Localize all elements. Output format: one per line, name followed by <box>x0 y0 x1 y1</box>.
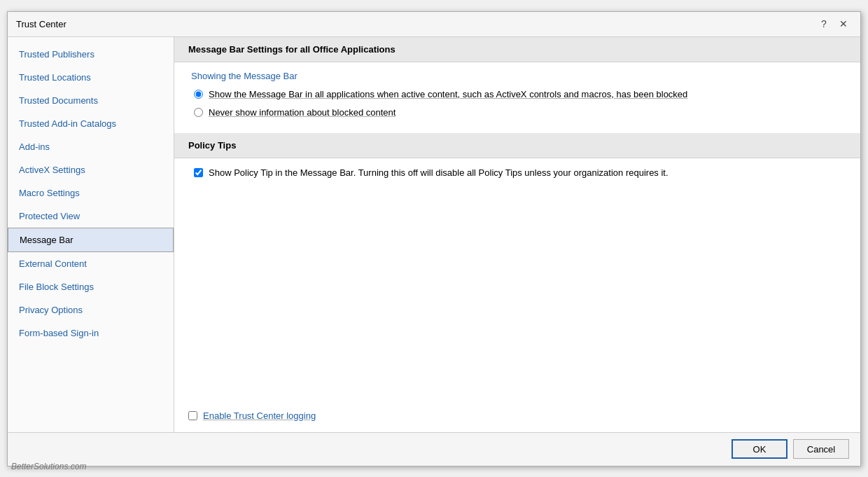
sidebar-item-external-content[interactable]: External Content <box>8 252 174 275</box>
sidebar-item-trusted-publishers[interactable]: Trusted Publishers <box>8 43 174 66</box>
sidebar-item-trusted-addin-catalogs[interactable]: Trusted Add-in Catalogs <box>8 112 174 135</box>
sidebar: Trusted PublishersTrusted LocationsTrust… <box>8 37 174 432</box>
policy-tip-label[interactable]: Show Policy Tip in the Message Bar. Turn… <box>209 167 668 179</box>
message-bar-section-header: Message Bar Settings for all Office Appl… <box>174 37 860 62</box>
sidebar-item-privacy-options[interactable]: Privacy Options <box>8 298 174 322</box>
show-message-bar-label[interactable]: Show the Message Bar in all applications… <box>209 88 687 101</box>
help-button[interactable]: ? <box>816 15 832 32</box>
policy-tips-section: Policy Tips Show Policy Tip in the Messa… <box>174 133 860 191</box>
sidebar-item-protected-view[interactable]: Protected View <box>8 205 174 228</box>
close-button[interactable]: ✕ <box>835 15 852 32</box>
never-show-option: Never show information about blocked con… <box>194 106 846 119</box>
sidebar-item-form-based-signin[interactable]: Form-based Sign-in <box>8 322 174 345</box>
logging-area: Enable Trust Center logging <box>174 399 860 432</box>
logging-option: Enable Trust Center logging <box>188 410 846 421</box>
spacer <box>174 191 860 399</box>
policy-tips-header: Policy Tips <box>174 133 860 158</box>
dialog-footer: OK Cancel <box>8 432 860 466</box>
trust-center-dialog: Trust Center ? ✕ Trusted PublishersTrust… <box>7 11 861 466</box>
showing-message-bar-label: Showing the Message Bar <box>188 71 846 81</box>
dialog-title: Trust Center <box>16 19 66 29</box>
radio-group: Show the Message Bar in all applications… <box>188 88 846 119</box>
sidebar-item-file-block-settings[interactable]: File Block Settings <box>8 275 174 298</box>
never-show-radio[interactable] <box>194 108 203 117</box>
sidebar-item-macro-settings[interactable]: Macro Settings <box>8 181 174 205</box>
enable-logging-checkbox[interactable] <box>188 411 197 420</box>
show-message-bar-radio[interactable] <box>194 90 203 99</box>
title-bar: Trust Center ? ✕ <box>8 12 860 37</box>
sidebar-item-trusted-documents[interactable]: Trusted Documents <box>8 89 174 112</box>
watermark: BetterSolutions.com <box>11 462 86 471</box>
message-bar-section-body: Showing the Message Bar Show the Message… <box>174 71 860 130</box>
enable-logging-label[interactable]: Enable Trust Center logging <box>203 410 316 421</box>
show-message-bar-option: Show the Message Bar in all applications… <box>194 88 846 101</box>
policy-tip-option: Show Policy Tip in the Message Bar. Turn… <box>188 167 846 179</box>
sidebar-item-addins[interactable]: Add-ins <box>8 135 174 158</box>
policy-tip-checkbox[interactable] <box>194 168 203 177</box>
cancel-button[interactable]: Cancel <box>793 439 849 459</box>
sidebar-item-activex-settings[interactable]: ActiveX Settings <box>8 158 174 181</box>
title-bar-controls: ? ✕ <box>816 15 852 32</box>
dialog-body: Trusted PublishersTrusted LocationsTrust… <box>8 37 860 432</box>
sidebar-item-trusted-locations[interactable]: Trusted Locations <box>8 66 174 89</box>
ok-button[interactable]: OK <box>732 439 788 459</box>
sidebar-item-message-bar[interactable]: Message Bar <box>8 228 174 252</box>
never-show-label[interactable]: Never show information about blocked con… <box>209 106 396 119</box>
policy-tips-body: Show Policy Tip in the Message Bar. Turn… <box>174 167 860 191</box>
main-content: Message Bar Settings for all Office Appl… <box>174 37 860 432</box>
